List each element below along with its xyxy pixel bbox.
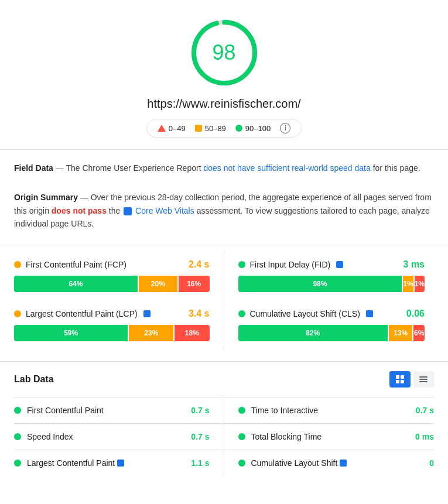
fid-info-icon [336, 261, 343, 268]
lab-metric-fcp: First Contentful Paint 0.7 s [14, 397, 224, 423]
lab-lcp-icon [117, 460, 124, 467]
origin-summary-text2: the [109, 206, 122, 215]
lab-cls-name: Cumulative Layout Shift [251, 458, 338, 468]
lcp-progress-bar: 59% 23% 18% [14, 325, 210, 341]
svg-rect-8 [419, 381, 428, 382]
field-data-text2: for this page. [373, 163, 420, 173]
lab-lcp-value: 1.1 s [191, 458, 209, 468]
fid-bar-poor: 1% [415, 276, 425, 292]
cls-bar-good: 82% [238, 325, 388, 341]
lab-si-value: 0.7 s [191, 432, 209, 441]
list-view-icon [419, 375, 428, 384]
lab-cls-dot [238, 460, 245, 467]
lab-data-section: Lab Data First Con [0, 362, 448, 476]
lcp-title: Largest Contentful Paint (LCP) [26, 309, 138, 318]
lab-lcp-name-container: Largest Contentful Paint [27, 458, 185, 468]
lab-tbt-name: Total Blocking Time [251, 432, 410, 441]
lab-tti-value: 0.7 s [416, 406, 434, 415]
fid-status-dot [238, 261, 245, 268]
legend-fail-label: 0–49 [169, 124, 186, 133]
lab-metric-lcp: Largest Contentful Paint 1.1 s [14, 450, 224, 476]
lab-metric-tti: Time to Interactive 0.7 s [224, 397, 435, 423]
origin-summary-label: Origin Summary [14, 193, 78, 202]
score-circle: 98 [189, 18, 259, 88]
metrics-grid: First Contentful Paint (FCP) 2.4 s 64% 2… [0, 245, 448, 361]
fid-value: 3 ms [403, 259, 425, 270]
lcp-bar-needs-improvement: 23% [129, 325, 173, 341]
fail-icon [158, 125, 166, 132]
lcp-value: 3.4 s [189, 308, 210, 319]
field-data-text1: — The Chrome User Experience Report [56, 163, 204, 173]
core-web-vitals-link[interactable]: Core Web Vitals [135, 206, 194, 215]
svg-rect-7 [419, 379, 428, 380]
metric-fcp-title-row: First Contentful Paint (FCP) [14, 260, 126, 269]
list-view-button[interactable] [413, 371, 434, 388]
field-data-text: Field Data — The Chrome User Experience … [14, 162, 434, 174]
pass-icon [235, 125, 242, 132]
lab-metrics-grid: First Contentful Paint 0.7 s Time to Int… [14, 397, 434, 476]
lab-metric-tbt: Total Blocking Time 0 ms [224, 423, 435, 450]
lab-data-header: Lab Data [14, 371, 434, 388]
lab-metric-si: Speed Index 0.7 s [14, 423, 224, 450]
legend-info-icon[interactable]: i [280, 123, 290, 133]
view-toggle-buttons [389, 371, 434, 388]
svg-rect-2 [396, 375, 399, 379]
lab-cls-icon [340, 460, 347, 467]
lab-tti-name: Time to Interactive [251, 406, 410, 415]
lab-cls-value: 0 [429, 458, 434, 468]
metric-lcp: Largest Contentful Paint (LCP) 3.4 s 59%… [14, 300, 224, 349]
fid-bar-good: 98% [238, 276, 402, 292]
cls-bar-needs-improvement: 13% [389, 325, 412, 341]
fcp-status-dot [14, 261, 21, 268]
lab-tti-dot [238, 407, 245, 414]
lab-cls-name-container: Cumulative Layout Shift [251, 458, 424, 468]
metric-cls: Cumulative Layout Shift (CLS) 0.06 82% 1… [224, 300, 435, 349]
svg-rect-3 [401, 375, 404, 379]
fcp-bar-poor: 16% [179, 276, 210, 292]
score-legend: 0–49 50–89 90–100 i [146, 119, 302, 138]
score-value: 98 [212, 40, 235, 65]
lab-metric-cls: Cumulative Layout Shift 0 [224, 450, 435, 476]
svg-rect-5 [401, 380, 404, 383]
lab-tbt-dot [238, 433, 245, 440]
grid-view-button[interactable] [389, 371, 411, 388]
metric-fcp: First Contentful Paint (FCP) 2.4 s 64% 2… [14, 251, 224, 300]
origin-summary-section: Origin Summary — Over the previous 28-da… [0, 188, 448, 244]
cls-progress-bar: 82% 13% 6% [238, 325, 425, 341]
lab-cls-name-row: Cumulative Layout Shift [251, 458, 424, 468]
cls-value: 0.06 [406, 308, 425, 319]
cls-status-dot [238, 310, 245, 317]
origin-summary-text: Origin Summary — Over the previous 28-da… [14, 191, 434, 230]
fcp-bar-good: 64% [14, 276, 138, 292]
lab-fcp-dot [14, 407, 21, 414]
origin-summary-link-red[interactable]: does not pass [52, 206, 107, 215]
grid-view-icon [395, 375, 405, 384]
lcp-bar-poor: 18% [175, 325, 209, 341]
score-section: 98 https://www.reinisfischer.com/ 0–49 5… [0, 0, 448, 149]
fid-bar-needs-improvement: 1% [403, 276, 413, 292]
legend-average: 50–89 [195, 124, 226, 133]
legend-pass: 90–100 [235, 124, 271, 133]
lab-fcp-value: 0.7 s [191, 406, 209, 415]
cls-title: Cumulative Layout Shift (CLS) [250, 309, 360, 318]
metric-cls-title-row: Cumulative Layout Shift (CLS) [238, 309, 374, 318]
legend-fail: 0–49 [158, 124, 186, 133]
metric-lcp-header: Largest Contentful Paint (LCP) 3.4 s [14, 308, 210, 319]
metric-cls-header: Cumulative Layout Shift (CLS) 0.06 [238, 308, 425, 319]
field-data-link[interactable]: does not have sufficient real-world spee… [203, 163, 370, 173]
lcp-bar-good: 59% [14, 325, 128, 341]
svg-rect-4 [396, 380, 399, 383]
legend-average-label: 50–89 [205, 124, 226, 133]
metric-fid-title-row: First Input Delay (FID) [238, 260, 345, 269]
lab-lcp-name-row: Largest Contentful Paint [27, 458, 185, 468]
fcp-progress-bar: 64% 20% 16% [14, 276, 210, 292]
core-web-vitals-icon [124, 207, 132, 215]
fid-progress-bar: 98% 1% 1% [238, 276, 425, 292]
average-icon [195, 125, 202, 132]
metric-lcp-title-row: Largest Contentful Paint (LCP) [14, 309, 152, 318]
lab-fcp-name: First Contentful Paint [27, 406, 185, 415]
fid-title: First Input Delay (FID) [250, 260, 331, 269]
fcp-value: 2.4 s [189, 259, 210, 270]
site-url: https://www.reinisfischer.com/ [147, 97, 300, 111]
fcp-title: First Contentful Paint (FCP) [26, 260, 126, 269]
